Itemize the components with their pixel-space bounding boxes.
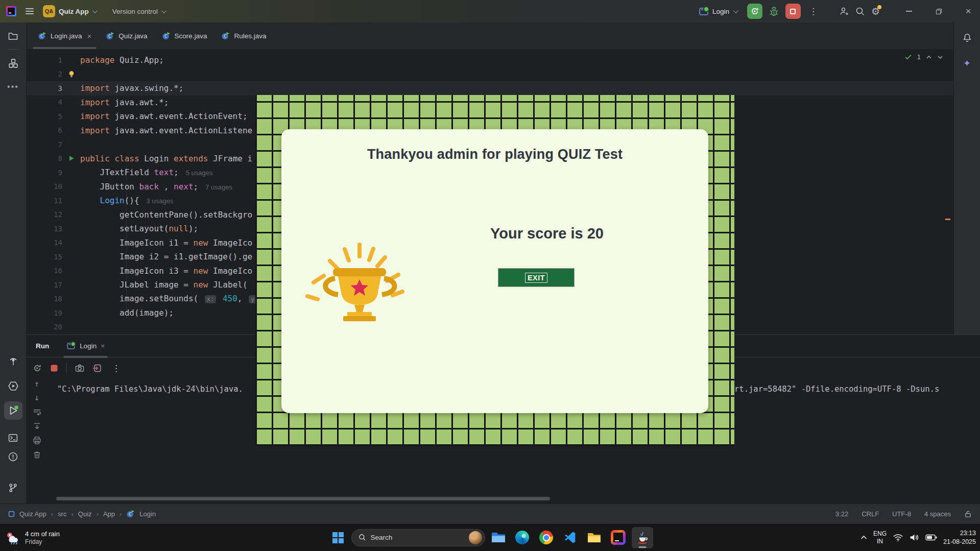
- bulb-icon[interactable]: [62, 70, 80, 78]
- project-widget[interactable]: QA Quiz App: [43, 5, 96, 17]
- more-actions-icon[interactable]: ⋮: [110, 363, 123, 374]
- tab-label: Score.java: [175, 32, 207, 40]
- tab-score-java[interactable]: CScore.java: [155, 22, 214, 49]
- dump-threads-icon[interactable]: [92, 364, 102, 373]
- tab-label: Login.java: [51, 32, 82, 40]
- line-number: 8: [27, 154, 62, 162]
- folder-button[interactable]: [584, 527, 605, 548]
- search-highlight-avatar: [469, 531, 482, 544]
- chevron-down-icon: [92, 8, 98, 13]
- breadcrumb-item[interactable]: Quiz: [78, 510, 92, 518]
- console-gutter: ↑ ↓: [27, 380, 47, 459]
- java-icon: [636, 531, 649, 544]
- more-tool-windows-icon[interactable]: •••: [4, 78, 22, 96]
- stop-icon[interactable]: [50, 364, 58, 372]
- clock-widget[interactable]: 23:13 21-08-2025: [943, 529, 976, 546]
- rerun-icon[interactable]: [33, 364, 42, 373]
- taskbar-search[interactable]: Search: [351, 529, 485, 546]
- tab-login-java[interactable]: CLogin.java×: [31, 22, 99, 49]
- horizontal-scrollbar[interactable]: [56, 497, 550, 500]
- problems-icon[interactable]: [4, 447, 22, 466]
- project-folder-icon[interactable]: [4, 27, 22, 45]
- run-anything-icon[interactable]: [4, 377, 22, 395]
- exit-button[interactable]: EXIT: [498, 268, 575, 287]
- debug-button[interactable]: [769, 6, 779, 17]
- run-tool-window-icon[interactable]: [4, 401, 22, 420]
- vcs-widget[interactable]: Version control: [112, 8, 165, 15]
- print-icon[interactable]: [33, 436, 41, 445]
- terminal-icon[interactable]: [4, 428, 22, 447]
- run-panel-title[interactable]: Run: [36, 342, 49, 350]
- structure-icon[interactable]: [4, 54, 22, 73]
- lock-icon[interactable]: [964, 510, 972, 518]
- ide-screen: QA Quiz App Version control Login ⋮: [0, 0, 980, 551]
- battery-icon[interactable]: [925, 534, 937, 541]
- breadcrumb-item[interactable]: App: [103, 510, 115, 518]
- line-number: 19: [27, 309, 62, 317]
- svg-text:C: C: [164, 34, 167, 39]
- run-tab[interactable]: Login ×: [66, 335, 105, 357]
- search-icon[interactable]: [855, 7, 865, 16]
- more-actions-icon[interactable]: ⋮: [807, 6, 820, 17]
- breadcrumb-item[interactable]: Quiz App: [19, 510, 46, 518]
- line-number: 7: [27, 140, 62, 149]
- file-explorer-button[interactable]: [488, 527, 509, 548]
- close-icon[interactable]: ×: [87, 32, 92, 40]
- stop-button[interactable]: [785, 4, 801, 19]
- language-indicator[interactable]: ENG IN: [873, 530, 887, 545]
- chevron-down-icon[interactable]: [937, 54, 943, 60]
- restore-button[interactable]: [927, 0, 950, 22]
- chevron-up-icon[interactable]: [926, 54, 932, 60]
- java-app-button[interactable]: [632, 527, 653, 548]
- breadcrumb-item[interactable]: src: [58, 510, 66, 518]
- status-item[interactable]: 3:22: [835, 510, 848, 518]
- volume-icon[interactable]: [910, 534, 919, 541]
- run-configuration[interactable]: Login: [699, 8, 737, 15]
- wifi-icon[interactable]: [893, 534, 903, 542]
- tab-quiz-java[interactable]: CQuiz.java: [99, 22, 154, 49]
- tab-rules-java[interactable]: CRules.java: [214, 22, 273, 49]
- usages-hint[interactable]: 7 usages: [205, 183, 232, 191]
- weather-widget[interactable]: 4 cm of rain Friday: [5, 524, 60, 551]
- usages-hint[interactable]: 3 usages: [147, 197, 174, 205]
- close-button[interactable]: ×: [957, 0, 980, 22]
- clear-trash-icon[interactable]: [33, 450, 41, 459]
- edge-button[interactable]: [512, 527, 533, 548]
- play-icon[interactable]: [62, 155, 80, 161]
- ai-assistant-icon[interactable]: ✦: [958, 54, 976, 73]
- chrome-button[interactable]: [536, 527, 557, 548]
- intellij-button[interactable]: [608, 527, 629, 548]
- status-item[interactable]: 4 spaces: [924, 510, 951, 518]
- line-number: 10: [27, 182, 62, 190]
- build-hammer-icon[interactable]: [4, 352, 22, 371]
- project-avatar: QA: [43, 5, 55, 17]
- rerun-button[interactable]: [747, 4, 762, 19]
- chevron-down-icon: [161, 8, 166, 13]
- main-menu-icon[interactable]: [26, 8, 34, 14]
- status-item[interactable]: UTF-8: [892, 510, 911, 518]
- notifications-bell-icon[interactable]: [958, 29, 976, 47]
- tray-chevron-up-icon[interactable]: [861, 535, 867, 540]
- screenshot-camera-icon[interactable]: [75, 364, 84, 373]
- inspection-widget[interactable]: 1: [904, 53, 943, 61]
- add-user-icon[interactable]: [839, 6, 849, 16]
- line-number: 11: [27, 197, 62, 205]
- check-icon: [904, 53, 912, 61]
- scroll-to-end-icon[interactable]: [33, 422, 41, 430]
- line-number: 17: [27, 281, 62, 289]
- edge-icon: [515, 531, 529, 544]
- usages-hint[interactable]: 5 usages: [186, 169, 213, 177]
- class-icon: C: [106, 32, 114, 40]
- windows-start-button[interactable]: [327, 527, 349, 548]
- status-item[interactable]: CRLF: [862, 510, 879, 518]
- breadcrumb-item[interactable]: Login: [139, 510, 156, 518]
- git-branch-icon[interactable]: [4, 478, 22, 497]
- arrow-down-icon[interactable]: ↓: [34, 394, 39, 402]
- close-icon[interactable]: ×: [101, 342, 105, 350]
- settings-gear-icon[interactable]: ⚙: [871, 7, 880, 16]
- minimize-button[interactable]: [897, 0, 921, 22]
- soft-wrap-icon[interactable]: [33, 408, 41, 416]
- code-text: package Quiz.App;: [80, 53, 164, 67]
- arrow-up-icon[interactable]: ↑: [34, 380, 39, 388]
- vscode-button[interactable]: [560, 527, 581, 548]
